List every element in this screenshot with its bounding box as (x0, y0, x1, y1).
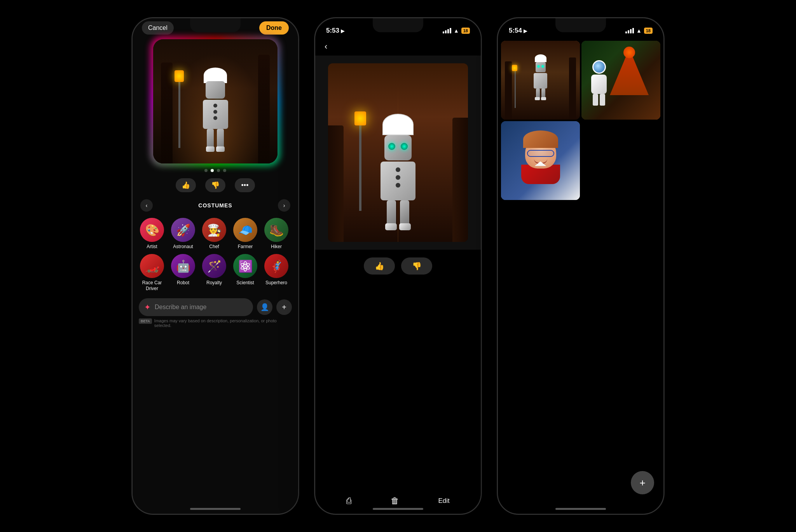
costume-robot[interactable]: 🤖 Robot (168, 252, 199, 294)
share-button[interactable]: ⎙ (346, 496, 351, 506)
mini-foot-r (541, 97, 546, 100)
dot-3[interactable] (217, 169, 220, 172)
fab-add-button[interactable]: + (631, 471, 654, 494)
thumbup-button[interactable]: 👍 (176, 178, 196, 192)
edit-label: Edit (438, 497, 449, 505)
costumes-grid: 🎨 Artist 🚀 Astronaut 👨‍🍳 Chef 🧢 Farmer 🥾… (133, 216, 298, 294)
costume-chef-icon: 👨‍🍳 (202, 218, 226, 242)
wifi-icon-3: ▲ (636, 28, 642, 34)
large-chef-hat (382, 114, 414, 135)
robot-figure (203, 68, 228, 152)
costume-hiker-icon: 🥾 (264, 218, 288, 242)
cancel-button[interactable]: Cancel (142, 21, 174, 35)
costume-scientist-icon: ⚛️ (233, 254, 257, 278)
share-icon: ⎙ (346, 496, 351, 506)
mini-head (536, 62, 546, 72)
battery-badge-3: 18 (644, 28, 653, 34)
trash-icon: 🗑 (391, 496, 399, 506)
chevron-left-icon: ‹ (146, 202, 148, 209)
status-bar-2: 5:53 ▶ ▲ 18 (315, 18, 481, 38)
costume-royalty-icon: 🪄 (202, 254, 226, 278)
home-indicator-3[interactable] (555, 508, 606, 510)
more-button[interactable]: ••• (235, 178, 255, 192)
costume-racecar[interactable]: 🏎️ Race Car Driver (136, 252, 168, 294)
describe-row: ✦ Describe an image 👤 + (133, 294, 298, 318)
btn1 (396, 167, 400, 172)
large-torso-buttons (396, 167, 400, 188)
phone2-image-area (315, 56, 481, 250)
status-time-3: 5:54 (509, 27, 522, 35)
costume-royalty[interactable]: 🪄 Royalty (199, 252, 230, 294)
costume-hiker[interactable]: 🥾 Hiker (261, 216, 292, 252)
robot-leg-right (217, 129, 224, 148)
tree-r (452, 118, 468, 242)
mini-hat (535, 54, 546, 62)
battery-badge-2: 18 (461, 28, 470, 34)
costume-robot-label: Robot (177, 280, 189, 285)
fab-plus-icon: + (639, 477, 645, 489)
suit-leg-r (600, 94, 605, 106)
costume-superhero[interactable]: 🦸 Superhero (261, 252, 292, 294)
suit-leg-l (593, 94, 598, 106)
done-button[interactable]: Done (259, 21, 289, 35)
delete-button[interactable]: 🗑 (391, 496, 399, 506)
person-button[interactable]: 👤 (257, 299, 272, 315)
large-leg-l (387, 200, 396, 226)
photo-smiling-person[interactable] (501, 121, 580, 200)
mini-lantern (512, 65, 517, 71)
edit-button[interactable]: Edit (438, 497, 449, 505)
dot-1[interactable] (204, 169, 208, 172)
lantern-pole (178, 78, 180, 148)
volcano-lava (623, 47, 635, 58)
status-icons-2: ▲ 18 (443, 28, 470, 34)
thumbdown-button-2[interactable]: 👎 (401, 257, 432, 275)
phone1-screen: Cancel Done (133, 18, 298, 514)
costume-scientist[interactable]: ⚛️ Scientist (230, 252, 261, 294)
phone2-thumb-actions: 👍 👎 (315, 250, 481, 282)
plus-icon: + (282, 303, 286, 312)
mini-tree-l (505, 61, 512, 120)
torso-btn-2 (213, 110, 217, 114)
home-indicator-2[interactable] (373, 508, 423, 510)
signal-bar-3 (447, 29, 449, 33)
large-robot (381, 114, 415, 230)
dot-4[interactable] (223, 169, 226, 172)
lantern-pole-2 (359, 122, 361, 211)
costume-artist-icon: 🎨 (140, 218, 164, 242)
next-section-button[interactable]: › (278, 199, 290, 212)
describe-input-wrap[interactable]: ✦ Describe an image (139, 298, 253, 316)
large-foot-r (399, 223, 411, 230)
home-indicator[interactable] (190, 508, 241, 510)
costume-astronaut-icon: 🚀 (171, 218, 195, 242)
sparkle-icon: ✦ (144, 303, 151, 312)
costume-astronaut-label: Astronaut (173, 244, 193, 249)
image-preview[interactable] (153, 39, 278, 163)
costume-royalty-label: Royalty (206, 280, 222, 285)
photo-forest-robot[interactable] (501, 41, 580, 120)
thumbdown-icon-2: 👎 (412, 261, 422, 271)
hair (523, 130, 558, 148)
prev-section-button[interactable]: ‹ (140, 199, 153, 212)
back-button[interactable]: ‹ (315, 38, 481, 56)
add-button[interactable]: + (276, 299, 292, 315)
phone-2: 5:53 ▶ ▲ 18 ‹ (314, 17, 482, 515)
mini-eyes (537, 65, 544, 68)
mini-robot (534, 54, 547, 100)
costume-hiker-label: Hiker (271, 244, 282, 249)
large-eye-right (401, 143, 408, 150)
thumbdown-icon: 👎 (211, 181, 220, 190)
costume-robot-icon: 🤖 (171, 254, 195, 278)
torso-btn-1 (213, 104, 217, 108)
photo-volcano-spaceman[interactable] (581, 41, 660, 120)
costume-astronaut[interactable]: 🚀 Astronaut (168, 216, 199, 252)
thumbup-button-2[interactable]: 👍 (364, 257, 395, 275)
costume-farmer[interactable]: 🧢 Farmer (230, 216, 261, 252)
robot-torso (203, 100, 228, 129)
glasses (527, 150, 554, 157)
dot-2-active[interactable] (211, 169, 214, 172)
tree-right (258, 55, 270, 163)
thumbdown-button[interactable]: 👎 (205, 178, 225, 192)
costume-chef[interactable]: 👨‍🍳 Chef (199, 216, 230, 252)
costume-artist[interactable]: 🎨 Artist (136, 216, 168, 252)
mini-person-scene (501, 121, 580, 200)
